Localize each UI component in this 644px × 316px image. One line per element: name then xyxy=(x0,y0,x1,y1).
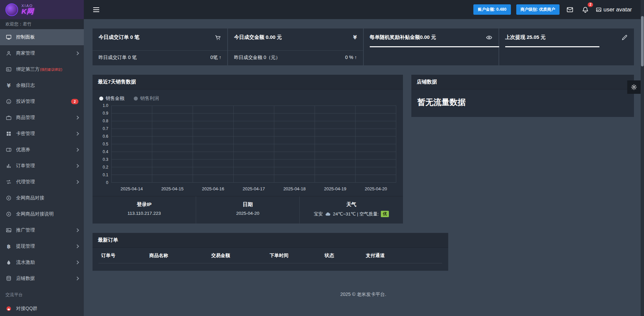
sidebar-item-label: 优惠券 xyxy=(16,147,74,153)
sidebar-item-flow-incentive[interactable]: 流水激励 xyxy=(0,254,84,270)
stat-card-today-orders: 今日成交订单 0 笔 昨日成交订单 0 笔 0笔 ↑ xyxy=(93,28,227,65)
stat-title: 今日成交金额 0.00 元 xyxy=(234,34,282,41)
sidebar-item-label: 提现管理 xyxy=(16,243,74,249)
x-label: 2025-04-16 xyxy=(193,186,233,191)
database-icon xyxy=(5,275,12,282)
sidebar-item-product-link-docs[interactable]: 全网商品对接说明 xyxy=(0,206,84,222)
weather-label: 天气 xyxy=(300,201,403,208)
sidebar-item-balance-log[interactable]: ¥ 余额日志 xyxy=(0,77,84,93)
x-label: 2025-04-14 xyxy=(111,186,152,191)
user-avatar[interactable]: user avatar xyxy=(596,6,632,13)
legend-label: 销售金额 xyxy=(106,96,124,102)
legend-item-sales-profit[interactable]: 销售利润 xyxy=(134,96,159,102)
notifications-button[interactable]: 2 xyxy=(580,5,590,15)
date-value: 2025-04-20 xyxy=(196,211,299,216)
sidebar-item-agents[interactable]: 代理管理 xyxy=(0,174,84,190)
sidebar-item-label: 推广管理 xyxy=(16,227,74,233)
legend-dot-icon xyxy=(134,97,138,101)
stat-title: 每单随机奖励补贴金额0.00 元 xyxy=(370,34,436,41)
sidebar-item-label: 投诉管理 xyxy=(16,99,69,105)
legend-item-sales-amount[interactable]: 销售金额 xyxy=(99,96,124,102)
sidebar-item-label: 绑定第三方(强烈建议绑定) xyxy=(16,66,78,72)
shop-data-title: 店铺数据 xyxy=(411,75,634,89)
chevron-right-icon xyxy=(75,244,79,248)
sidebar-item-shop-data[interactable]: 店铺数据 xyxy=(0,270,84,287)
chevron-right-icon xyxy=(75,132,79,135)
qq-icon xyxy=(5,305,12,312)
chevron-right-icon xyxy=(75,276,79,280)
latest-orders-title: 最新订单 xyxy=(93,233,448,248)
sidebar-item-promotion[interactable]: 推广管理 xyxy=(0,222,84,238)
dashboard-icon xyxy=(5,34,12,41)
x-label: 2025-04-17 xyxy=(233,186,274,191)
scrollbar-thumb[interactable] xyxy=(641,16,644,66)
orders-col-time: 下单时间 xyxy=(267,248,322,263)
mail-button[interactable] xyxy=(565,5,575,15)
stat-trend-value: 0笔 ↑ xyxy=(211,55,222,61)
page-scrollbar[interactable] xyxy=(641,0,644,316)
sidebar-item-product-link[interactable]: 全网商品对接 xyxy=(0,190,84,206)
avatar-alt-text: user avatar xyxy=(603,6,632,13)
sidebar-item-label: 对接QQ群 xyxy=(16,306,78,312)
y-tick: 0.6 xyxy=(103,134,108,139)
yen-icon: ¥ xyxy=(353,34,357,41)
main-area: 账户金额: 0.480 商户级别: 优质商户 2 xyxy=(84,0,644,316)
sidebar-item-orders[interactable]: 订单管理 xyxy=(0,158,84,174)
legend-label: 销售利润 xyxy=(140,96,159,102)
topbar-right: 账户金额: 0.480 商户级别: 优质商户 2 xyxy=(473,4,632,15)
sidebar-item-label: 全网商品对接说明 xyxy=(16,211,78,217)
account-balance-button[interactable]: 账户金额: 0.480 xyxy=(473,4,511,15)
x-label: 2025-04-18 xyxy=(274,186,315,191)
notifications-count-badge: 2 xyxy=(588,2,593,7)
chevron-right-icon xyxy=(75,228,79,232)
stat-title: 今日成交订单 0 笔 xyxy=(99,34,139,41)
sidebar-item-label: 商品管理 xyxy=(16,115,74,121)
y-tick: 1.0 xyxy=(103,103,108,108)
logo-text: XIAO K网 xyxy=(21,4,34,15)
bind-warning-note: (强烈建议绑定) xyxy=(40,68,62,71)
image-icon xyxy=(5,227,12,234)
stat-card-last-withdraw: 上次提现 25.05 元 xyxy=(499,28,634,65)
stat-progress-bar xyxy=(505,46,600,47)
settings-gear-button[interactable] xyxy=(627,80,641,94)
gear-icon xyxy=(631,84,637,90)
sidebar-item-card-keys[interactable]: 卡密管理 xyxy=(0,126,84,142)
sales-chart-panel: 最近7天销售数据 销售金额 销售利润 xyxy=(93,75,403,224)
x-label: 2025-04-15 xyxy=(152,186,192,191)
stat-trend-value: 0 % ↑ xyxy=(345,55,357,61)
chart-x-axis: 2025-04-14 2025-04-15 2025-04-16 2025-04… xyxy=(111,183,396,191)
exchange-icon xyxy=(5,179,12,185)
chart-legend: 销售金额 销售利润 xyxy=(93,89,403,104)
y-tick: 0.7 xyxy=(103,126,108,131)
stat-title: 上次提现 25.05 元 xyxy=(505,34,546,41)
sidebar-nav: 控制面板 商家管理 绑定第三方(强烈建议绑定) ¥ 余额日志 xyxy=(0,29,84,316)
y-tick: 0.8 xyxy=(103,119,108,123)
sidebar-item-merchant[interactable]: 商家管理 xyxy=(0,45,84,61)
app-logo[interactable]: XIAO K网 xyxy=(0,0,84,19)
sidebar-item-complaints[interactable]: 投诉管理 2 xyxy=(0,93,84,110)
sidebar-item-coupons[interactable]: 优惠券 xyxy=(0,142,84,158)
sidebar-item-label: 代理管理 xyxy=(16,179,74,185)
chevron-right-icon xyxy=(75,148,79,151)
chart-info-row: 登录IP 113.110.217.223 日期 2025-04-20 天气 宝安 xyxy=(93,196,403,224)
sidebar-item-dashboard[interactable]: 控制面板 xyxy=(0,29,84,45)
chevron-right-icon xyxy=(75,180,79,184)
y-tick: 0 xyxy=(106,180,108,185)
legend-dot-icon xyxy=(99,97,103,101)
login-ip-label: 登录IP xyxy=(93,201,196,208)
sidebar-item-products[interactable]: 商品管理 xyxy=(0,110,84,126)
complaint-icon xyxy=(5,98,12,105)
chevron-right-icon xyxy=(75,116,79,119)
sidebar-item-bind-thirdparty[interactable]: 绑定第三方(强烈建议绑定) xyxy=(0,61,84,77)
date-label: 日期 xyxy=(196,201,299,208)
sidebar-item-qq-group[interactable]: 对接QQ群 xyxy=(0,301,84,316)
dot-circle-icon xyxy=(5,195,12,201)
hamburger-menu-icon[interactable] xyxy=(91,5,101,14)
merchant-level-button[interactable]: 商户级别: 优质商户 xyxy=(516,4,560,15)
line-chart: 1.0 0.9 0.8 0.7 0.6 0.5 0.4 0.3 0.2 0.1 xyxy=(93,104,403,196)
sidebar-item-withdraw[interactable]: ฿ 提现管理 xyxy=(0,238,84,254)
chevron-right-icon xyxy=(75,164,79,168)
sidebar-item-label: 店铺数据 xyxy=(16,275,74,281)
stat-yesterday-label: 昨日成交金额 0（元） xyxy=(234,55,280,61)
cards-grid-icon xyxy=(5,130,12,137)
